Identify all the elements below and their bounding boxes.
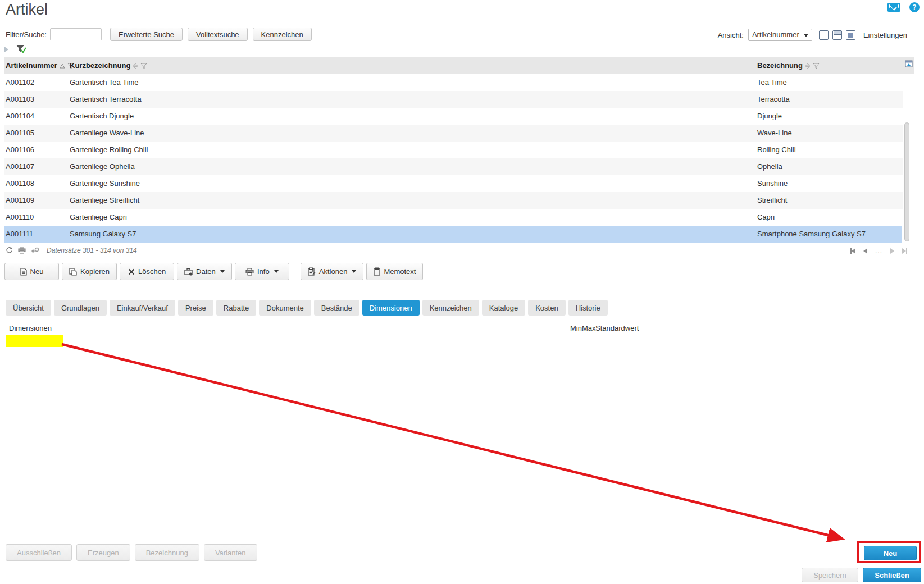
column-config-icon[interactable] xyxy=(905,60,913,67)
previous-page-icon[interactable] xyxy=(863,248,867,254)
table-row[interactable]: A001103Gartentisch TerracottaTerracotta xyxy=(4,91,903,108)
standardwert-column-label: Standardwert xyxy=(595,324,639,332)
tab-grundlagen[interactable]: Grundlagen xyxy=(54,300,107,316)
chevron-down-icon xyxy=(804,34,808,37)
detail-tabs: Übersicht Grundlagen Einkauf/Verkauf Pre… xyxy=(6,300,608,316)
grid-controls xyxy=(4,45,26,53)
tab-kennzeichen[interactable]: Kennzeichen xyxy=(422,300,479,316)
dimensionen-section-label: Dimensionen xyxy=(9,324,52,332)
table-header: Artikelnummer Kurzbezeichnung Bezeichnun… xyxy=(4,57,914,74)
expand-filter-icon[interactable] xyxy=(4,47,8,52)
tab-kataloge[interactable]: Kataloge xyxy=(482,300,525,316)
sort-both-icon[interactable] xyxy=(805,63,811,69)
erzeugen-button[interactable]: Erzeugen xyxy=(76,544,130,561)
tab-preise[interactable]: Preise xyxy=(178,300,213,316)
sort-asc-icon[interactable] xyxy=(60,63,65,69)
bezeichnung-button[interactable]: Bezeichnung xyxy=(135,544,199,561)
chevron-down-icon xyxy=(220,270,225,273)
table-row[interactable]: A001106Gartenliege Rolling ChillRolling … xyxy=(4,142,903,158)
actions-icon xyxy=(308,267,316,276)
new-document-icon xyxy=(20,268,27,276)
briefcase-icon xyxy=(184,268,193,276)
record-toolbar: Neu Kopieren Löschen Daten Info Aktionen xyxy=(4,263,423,280)
copy-icon xyxy=(69,268,77,276)
refresh-icon[interactable] xyxy=(6,247,13,254)
status-bar: Datensätze 301 - 314 von 314 ... xyxy=(4,245,920,258)
tab-kosten[interactable]: Kosten xyxy=(528,300,565,316)
column-header-bezeichnung[interactable]: Bezeichnung xyxy=(757,57,820,74)
filter-funnel-icon[interactable] xyxy=(140,63,147,69)
page-ellipsis[interactable]: ... xyxy=(875,247,882,255)
ausschliessen-button[interactable]: Ausschließen xyxy=(6,544,72,561)
table-row[interactable]: A001104Gartentisch DjungleDjungle xyxy=(4,108,903,125)
tab-uebersicht[interactable]: Übersicht xyxy=(6,300,51,316)
first-page-icon[interactable] xyxy=(850,248,855,254)
chevron-down-icon xyxy=(352,270,356,273)
dimension-field-highlight[interactable] xyxy=(6,335,63,347)
table-row[interactable]: A001109Gartenliege StreiflichtStreiflich… xyxy=(4,192,903,209)
view-controls: Ansicht: Artikelnummer Einstellungen xyxy=(718,29,907,41)
search-input[interactable] xyxy=(50,28,102,40)
article-table: Artikelnummer Kurzbezeichnung Bezeichnun… xyxy=(4,57,914,243)
toolbar-neu-button[interactable]: Neu xyxy=(4,263,59,280)
dimension-actions: Ausschließen Erzeugen Bezeichnung Varian… xyxy=(6,544,257,561)
varianten-button[interactable]: Varianten xyxy=(204,544,257,561)
view-detail-icon[interactable] xyxy=(846,30,855,40)
table-scrollbar-thumb[interactable] xyxy=(904,122,909,241)
table-row[interactable]: A001110Gartenliege CapriCapri xyxy=(4,209,903,226)
toolbar-loeschen-button[interactable]: Löschen xyxy=(120,263,174,280)
toolbar-daten-button[interactable]: Daten xyxy=(177,263,232,280)
record-count-text: Datensätze 301 - 314 von 314 xyxy=(47,247,137,254)
mail-icon[interactable] xyxy=(887,3,900,12)
tab-rabatte[interactable]: Rabatte xyxy=(216,300,257,316)
dimension-neu-button[interactable]: Neu xyxy=(864,546,917,560)
view-single-icon[interactable] xyxy=(819,30,829,40)
table-row[interactable]: A001105Gartenliege Wave-LineWave-Line xyxy=(4,125,903,142)
volltextsuche-button[interactable]: Volltextsuche xyxy=(188,28,248,41)
printer-icon xyxy=(245,268,254,276)
filter-bar: Filter/Suche: Erweiterte Suche Volltexts… xyxy=(6,28,312,41)
print-icon[interactable] xyxy=(18,247,26,254)
artikel-window: Artikel ? Filter/Suche: Erweiterte Suche… xyxy=(0,0,924,584)
erweiterte-suche-button[interactable]: Erweiterte Suche xyxy=(110,28,183,41)
toolbar-kopieren-button[interactable]: Kopieren xyxy=(62,263,117,280)
minmax-column-label: MinMax xyxy=(570,324,596,332)
table-row[interactable]: A001107Gartenliege OpheliaOphelia xyxy=(4,158,903,175)
toolbar-info-button[interactable]: Info xyxy=(235,263,289,280)
kennzeichen-button[interactable]: Kennzeichen xyxy=(253,28,312,41)
einstellungen-link[interactable]: Einstellungen xyxy=(863,31,907,39)
table-row[interactable]: A001108Gartenliege SunshineSunshine xyxy=(4,175,903,192)
memo-icon xyxy=(374,267,380,276)
link-icon[interactable] xyxy=(31,247,39,253)
pagination: ... xyxy=(850,247,907,255)
tab-historie[interactable]: Historie xyxy=(568,300,608,316)
header-icons: ? xyxy=(887,2,920,12)
page-title: Artikel xyxy=(6,1,48,19)
chevron-down-icon xyxy=(274,270,279,273)
table-row[interactable]: A001102Gartentisch Tea TimeTea Time xyxy=(4,74,903,91)
column-header-artikelnummer[interactable]: Artikelnummer xyxy=(6,57,74,74)
table-row-selected[interactable]: A001111Samsung Galaxy S7Smartphone Samsu… xyxy=(4,226,902,243)
toolbar-aktionen-button[interactable]: Aktionen xyxy=(301,263,364,280)
sort-both-icon[interactable] xyxy=(133,63,138,69)
ansicht-label: Ansicht: xyxy=(718,31,744,39)
toolbar-memotext-button[interactable]: Memotext xyxy=(366,263,423,280)
column-header-kurzbezeichnung[interactable]: Kurzbezeichnung xyxy=(70,57,147,74)
filter-funnel-icon[interactable] xyxy=(813,63,820,69)
help-icon[interactable]: ? xyxy=(909,2,920,12)
delete-icon xyxy=(128,268,135,275)
last-page-icon[interactable] xyxy=(902,248,907,254)
filter-search-label: Filter/Suche: xyxy=(6,30,47,39)
filter-active-icon[interactable] xyxy=(16,45,26,53)
ansicht-select[interactable]: Artikelnummer xyxy=(748,29,812,41)
tab-dokumente[interactable]: Dokumente xyxy=(259,300,311,316)
divider xyxy=(0,259,924,259)
schliessen-button[interactable]: Schließen xyxy=(863,568,921,582)
view-split-icon[interactable] xyxy=(832,30,842,40)
next-page-icon[interactable] xyxy=(890,248,894,254)
speichern-button[interactable]: Speichern xyxy=(802,568,858,582)
tab-einkauf-verkauf[interactable]: Einkauf/Verkauf xyxy=(110,300,175,316)
tab-bestaende[interactable]: Bestände xyxy=(314,300,359,316)
tab-dimensionen[interactable]: Dimensionen xyxy=(362,300,420,316)
